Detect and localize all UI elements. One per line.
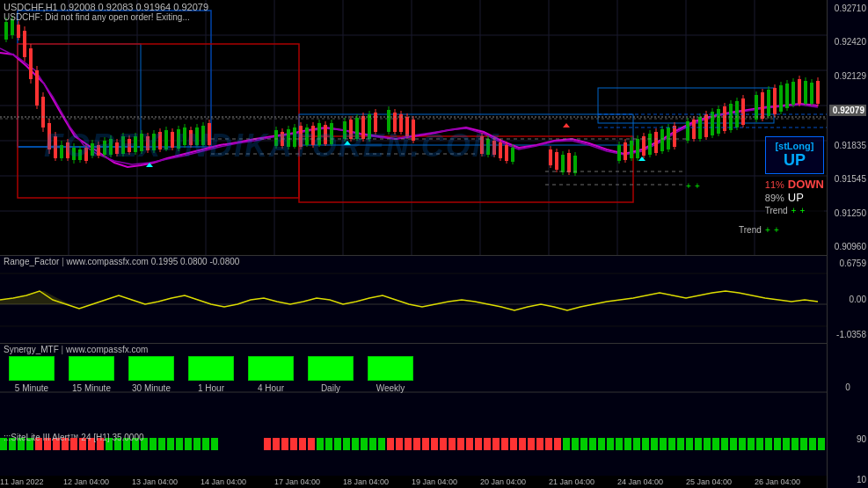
synergy-item-0: 5 Minute <box>9 356 55 393</box>
svg-rect-272 <box>317 438 324 450</box>
range-factor-axis: 0.6759 0.00 -1.0358 <box>827 255 868 343</box>
synergy-label-2: 30 Minute <box>132 383 171 393</box>
rf-axis-3: -1.0358 <box>829 330 866 339</box>
synergy-item-2: 30 Minute <box>128 356 174 393</box>
svg-rect-307 <box>624 438 631 450</box>
rf-label-text: Range_Factor | www.compassfx.com 0.1995 … <box>4 257 239 266</box>
svg-rect-286 <box>440 438 447 450</box>
synergy-item-4: 4 Hour <box>248 356 294 393</box>
svg-rect-259 <box>158 438 165 450</box>
price-8: 0.90960 <box>829 242 866 251</box>
svg-rect-323 <box>765 438 772 450</box>
svg-rect-260 <box>167 438 174 450</box>
svg-marker-226 <box>638 157 646 161</box>
svg-rect-289 <box>466 438 473 450</box>
time-axis: 11 Jan 2022 12 Jan 04:00 13 Jan 04:00 14… <box>0 476 827 488</box>
svg-rect-311 <box>660 438 667 450</box>
price-6: 0.91545 <box>829 174 866 184</box>
svg-rect-271 <box>308 438 315 450</box>
synergy-box-6 <box>368 356 413 381</box>
synergy-box-4 <box>248 356 294 381</box>
pred-up-label: UP <box>771 151 818 170</box>
synergy-item-6: Weekly <box>368 356 413 393</box>
synergy-box-5 <box>308 356 354 381</box>
svg-rect-278 <box>369 438 376 450</box>
sitelite-axis-1: 90 <box>829 434 866 444</box>
synergy-mtf-label: Synergy_MTF | www.compassfx.com <box>4 345 148 354</box>
synergy-label-3: 1 Hour <box>198 383 224 393</box>
svg-rect-276 <box>352 438 359 450</box>
svg-rect-284 <box>422 438 429 450</box>
svg-rect-290 <box>475 438 482 450</box>
svg-rect-265 <box>211 438 218 450</box>
svg-text:+: + <box>765 225 770 235</box>
time-11: 26 Jan 04:00 <box>755 477 800 486</box>
svg-rect-285 <box>431 438 438 450</box>
synergy-boxes-container: 5 Minute 15 Minute 30 Minute 1 Hour 4 Ho… <box>9 356 413 393</box>
svg-rect-262 <box>185 438 192 450</box>
range-factor-label: Range_Factor | www.compassfx.com 0.1995 … <box>4 257 239 266</box>
svg-rect-314 <box>686 438 693 450</box>
svg-rect-294 <box>510 438 517 450</box>
sitelite-axis: 90 10 <box>827 431 868 488</box>
svg-rect-263 <box>193 438 201 450</box>
svg-text:Trend: Trend <box>739 225 762 235</box>
svg-rect-324 <box>774 438 781 450</box>
svg-rect-279 <box>378 438 385 450</box>
range-factor-area <box>0 255 827 343</box>
svg-rect-293 <box>501 438 508 450</box>
svg-rect-269 <box>290 438 297 450</box>
pred-up-label2: UP <box>788 191 804 204</box>
svg-rect-261 <box>176 438 183 450</box>
time-0: 11 Jan 2022 <box>0 477 44 486</box>
time-8: 21 Jan 04:00 <box>549 477 594 486</box>
svg-rect-319 <box>730 438 737 450</box>
synergy-item-5: Daily <box>308 356 354 393</box>
svg-rect-266 <box>264 438 271 450</box>
price-5: 0.91835 <box>829 141 866 150</box>
pred-pct-up: 89% <box>765 193 784 203</box>
svg-rect-304 <box>598 438 605 450</box>
svg-rect-316 <box>704 438 711 450</box>
svg-rect-312 <box>668 438 675 450</box>
price-axis: 0.92710 0.92420 0.92129 0.92079 0.91835 … <box>827 0 868 255</box>
range-factor-svg <box>0 256 827 344</box>
svg-rect-264 <box>202 438 209 450</box>
svg-rect-288 <box>457 438 464 450</box>
svg-rect-317 <box>712 438 719 450</box>
time-1: 12 Jan 04:00 <box>63 477 109 486</box>
synergy-label-6: Weekly <box>376 383 405 393</box>
svg-rect-322 <box>756 438 763 450</box>
svg-rect-282 <box>405 438 412 450</box>
pred-down-label: DOWN <box>788 178 824 191</box>
svg-rect-299 <box>554 438 561 450</box>
svg-rect-315 <box>695 438 702 450</box>
svg-text:+: + <box>774 225 779 235</box>
svg-marker-227 <box>563 123 570 127</box>
synergy-mtf-axis: 0 <box>827 343 868 431</box>
time-10: 25 Jan 04:00 <box>686 477 732 486</box>
price-current: 0.92079 <box>829 105 866 116</box>
sitelite-label: :::SiteLite III Alert™ 24 [H1] 35.0000 <box>4 433 144 442</box>
svg-rect-277 <box>361 438 368 450</box>
svg-rect-308 <box>633 438 640 450</box>
svg-rect-318 <box>721 438 728 450</box>
synergy-box-1 <box>69 356 114 381</box>
svg-rect-313 <box>677 438 684 450</box>
svg-rect-17 <box>18 11 211 147</box>
svg-rect-234 <box>0 256 827 344</box>
svg-rect-274 <box>334 438 341 450</box>
svg-rect-267 <box>273 438 280 450</box>
svg-rect-268 <box>281 438 288 450</box>
svg-rect-309 <box>642 438 649 450</box>
synergy-label-0: 5 Minute <box>15 383 48 393</box>
price-3: 0.92129 <box>829 71 866 81</box>
svg-rect-295 <box>519 438 526 450</box>
synergy-label-4: 4 Hour <box>258 383 284 393</box>
pred-trend-label: Trend <box>765 206 788 215</box>
synergy-label-5: Daily <box>321 383 340 393</box>
price-1: 0.92710 <box>829 4 866 13</box>
svg-rect-273 <box>325 438 332 450</box>
svg-rect-280 <box>387 438 394 450</box>
chart-alert: USDCHF: Did not find any open order! Exi… <box>4 12 190 22</box>
